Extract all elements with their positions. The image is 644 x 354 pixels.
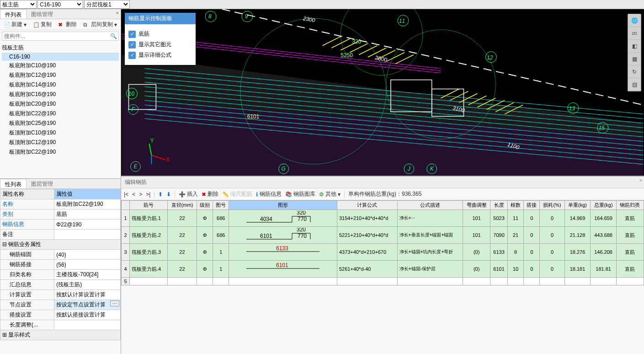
tree-item[interactable]: 板底附加C16@190 (2, 90, 119, 99)
rebar-col-header[interactable]: 弯曲调整 (463, 201, 490, 210)
nav-first-button[interactable]: |< (124, 191, 128, 198)
rebar-display-panel: 钢筋显示控制面板 ✓底筋✓显示其它图元✓显示详细公式 (125, 13, 196, 65)
checkbox-icon[interactable]: ✓ (128, 41, 136, 48)
rebar-row[interactable]: 5 (122, 278, 644, 285)
scale-button[interactable]: 📏缩尺配筋 (222, 190, 252, 198)
rebar-col-header[interactable]: 总重(kg) (591, 201, 617, 210)
check-label: 底筋 (138, 30, 149, 38)
display-check-row[interactable]: ✓底筋 (128, 29, 192, 39)
view-box-icon[interactable]: ▦ (628, 53, 641, 65)
display-check-row[interactable]: ✓显示其它图元 (128, 39, 192, 50)
rebar-row[interactable]: 4筏板受力筋.422Φ161015261+40*d-40净长+锚固-保护层(0)… (122, 261, 644, 278)
nav-prev-button[interactable]: < (132, 191, 135, 198)
insert-button[interactable]: ➕插入 (179, 190, 198, 198)
grid-num: 11 (399, 18, 405, 24)
tree-root-label[interactable]: 筏板主筋 (2, 43, 119, 53)
other-button[interactable]: ⚙其他 ▾ (319, 190, 341, 198)
tree-item[interactable]: 板顶附加C22@190 (2, 147, 119, 156)
property-row[interactable]: 类别底筋 (0, 209, 121, 220)
property-row[interactable]: 备注 (0, 230, 121, 240)
view-globe-icon[interactable]: 🌐 (628, 14, 641, 27)
view-2d-icon[interactable]: 2D (628, 27, 641, 40)
rebar-col-header[interactable]: 计算公式 (337, 201, 397, 210)
new-button[interactable]: 📄新建 ▾ (2, 20, 28, 29)
layer-type-select[interactable]: 板主筋 (0, 0, 37, 9)
rebar-col-header[interactable]: 公式描述 (397, 201, 463, 210)
tree-item[interactable]: 板底附加C12@190 (2, 70, 119, 80)
rebar-col-header[interactable]: 单重(kg) (564, 201, 591, 210)
close-icon[interactable]: × (639, 177, 642, 183)
tree-item[interactable]: 板底附加C22@190 (2, 109, 119, 118)
search-input[interactable] (2, 32, 119, 41)
property-row[interactable]: 汇总信息(筏板主筋) (0, 280, 121, 290)
rebar-table[interactable]: 筋号直径(mm)级别图号图形计算公式公式描述弯曲调整长度根数搭接损耗(%)单重(… (121, 200, 644, 354)
property-row[interactable]: 搭接设置按默认搭接设置计算 (0, 310, 121, 320)
checkbox-icon[interactable]: ✓ (128, 52, 136, 59)
rebar-row[interactable]: 1筏板受力筋.122Φ68632040347703154+210+40*d+40… (122, 210, 644, 227)
delete-icon: ✖ (202, 191, 206, 198)
export-down-icon[interactable]: ⬇ (166, 191, 171, 198)
tree-item[interactable]: 板顶附加C12@190 (2, 138, 119, 147)
checkbox-icon[interactable]: ✓ (128, 31, 136, 38)
tree-item[interactable]: 板底附加C25@190 (2, 118, 119, 128)
delete-button[interactable]: ✖删除 (56, 20, 79, 29)
layercopy-button[interactable]: ⧉层间复制 ▾ (81, 20, 119, 29)
rebar-col-header[interactable]: 筋号 (130, 201, 168, 210)
property-row[interactable]: 计算设置按默认计算设置计算 (0, 290, 121, 300)
tree-item[interactable]: C16-190 (2, 53, 119, 61)
nav-last-button[interactable]: >| (146, 191, 150, 198)
rebar-col-header[interactable]: 损耗(%) (540, 201, 564, 210)
property-grid[interactable]: 属性名称 属性值 名称板底附加C22@190类别底筋钢筋信息Φ22@190备注⊟… (0, 189, 121, 354)
property-panel: × 性列表 图层管理 属性名称 属性值 名称板底附加C22@190类别底筋钢筋信… (0, 178, 121, 354)
property-row[interactable]: 名称板底附加C22@190 (0, 199, 121, 209)
tree-item[interactable]: 板底附加C14@190 (2, 80, 119, 90)
copy-button[interactable]: 📋复制 (31, 20, 53, 29)
display-check-row[interactable]: ✓显示详细公式 (128, 50, 192, 60)
rebar-spec-select[interactable]: C16-190 (37, 0, 83, 9)
view-iso-icon[interactable]: ◧ (628, 40, 641, 53)
rebar-col-header[interactable]: 钢筋归类 (616, 201, 644, 210)
copy-icon: 📋 (33, 21, 39, 28)
property-row[interactable]: ⊟ 钢筋业务属性 (0, 240, 121, 250)
property-row[interactable]: ⊞ 显示样式 (0, 330, 121, 340)
tree-item[interactable]: 板顶附加C10@190 (2, 128, 119, 138)
rebar-col-header[interactable]: 图号 (213, 201, 229, 210)
rebar-col-header[interactable]: 搭接 (524, 201, 540, 210)
rebar-info-button[interactable]: ℹ钢筋信息 (256, 190, 282, 198)
grid-num: 12 (487, 54, 493, 61)
tab-drawing-mgmt[interactable]: 图纸管理 (27, 9, 58, 19)
ellipsis-button[interactable]: ⋯ (110, 300, 119, 306)
rebar-edit-toolbar: |< < > >| ⬆ ⬇ ➕插入 ✖删除 📏缩尺配筋 ℹ钢筋信息 📚钢筋图库 … (121, 188, 644, 200)
rebar-lib-button[interactable]: 📚钢筋图库 (285, 190, 315, 198)
svg-text:Y: Y (150, 137, 154, 144)
svg-line-21 (359, 46, 377, 55)
property-row[interactable]: 节点设置按设定节点设置计算⋯ (0, 300, 121, 310)
view-rotate-icon[interactable]: ↻ (628, 65, 641, 78)
property-row[interactable]: 钢筋锚固(40) (0, 250, 121, 260)
rebar-col-header[interactable]: 长度 (490, 201, 508, 210)
rebar-row[interactable]: 3筏板受力筋.322Φ161334373+40*d+210+670净长+锚固+坑… (122, 244, 644, 261)
export-up-icon[interactable]: ⬆ (158, 191, 163, 198)
rebar-col-header[interactable]: 图形 (229, 201, 337, 210)
nav-next-button[interactable]: > (139, 191, 142, 198)
view-grid-icon[interactable]: ▤ (628, 78, 641, 91)
delete-rebar-button[interactable]: ✖删除 (202, 190, 218, 198)
tree-item[interactable]: 板底附加C10@190 (2, 61, 119, 70)
property-row[interactable]: 长度调整(... (0, 320, 121, 330)
search-icon[interactable]: 🔍 (110, 33, 117, 39)
rebar-col-header[interactable]: 直径(mm) (167, 201, 197, 210)
tab-property-list[interactable]: 性列表 (0, 179, 27, 188)
rebar-col-header[interactable]: 根数 (508, 201, 524, 210)
3d-viewport[interactable]: 8 9 11 12 13 15 10 2300 2800 3100 1100 3… (121, 9, 644, 176)
property-row[interactable]: 钢筋信息Φ22@190 (0, 220, 121, 230)
component-tree[interactable]: 筏板主筋 C16-190板底附加C10@190板底附加C12@190板底附加C1… (0, 42, 121, 156)
raft-layer-select[interactable]: 分层筏板1 (84, 0, 130, 9)
rebar-col-header[interactable]: 级别 (197, 201, 213, 210)
property-row[interactable]: 钢筋搭接(56) (0, 260, 121, 270)
grid-num: 9 (245, 13, 248, 20)
rebar-row[interactable]: 2筏板受力筋.222Φ68632061017705221+210+40*d+40… (122, 227, 644, 244)
property-row[interactable]: 归类名称主楼筏板-700[24] (0, 270, 121, 280)
tab-component-list[interactable]: 件列表 (0, 9, 27, 19)
tab-layer-mgmt[interactable]: 图层管理 (27, 179, 58, 188)
tree-item[interactable]: 板底附加C20@190 (2, 99, 119, 109)
